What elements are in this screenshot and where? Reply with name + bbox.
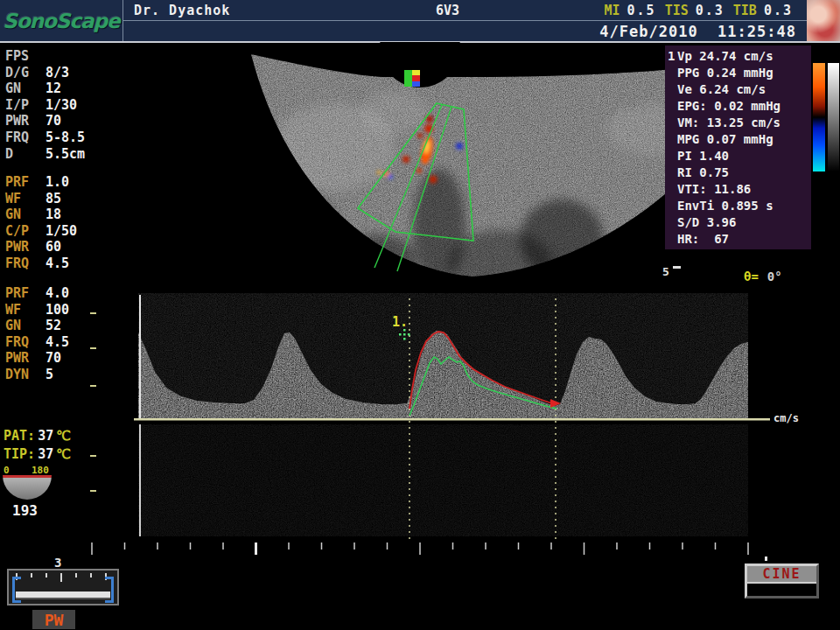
topbar-horizontal-divider (123, 20, 807, 21)
mi-label: MI (604, 3, 620, 18)
tip-label: TIP: (4, 446, 35, 462)
pat-label: PAT: (4, 428, 35, 444)
param-row: PRF1.0 (5, 174, 119, 191)
param-value: 85 (46, 191, 61, 206)
cine-button-label: CINE (747, 566, 816, 584)
velocity-unit-label: cm/s (774, 412, 799, 424)
probe-angle-gauge (3, 475, 52, 500)
color-mode-params: PRF1.0 WF85 GN18 C/P1/50 PWR60 FRQ4.5 (5, 174, 119, 272)
datetime: 4/Feb/2010 11:25:48 (599, 23, 796, 40)
measurement-row: MPG 0.07 mmHg (677, 131, 811, 148)
param-label: PWR (5, 350, 46, 367)
param-label: PRF (5, 174, 46, 191)
tip-value: 37 (38, 446, 53, 462)
cine-step-label: 3 (54, 556, 61, 570)
param-label: WF (5, 302, 46, 318)
param-row: FRQ5-8.5 (5, 130, 119, 146)
param-label: FRQ (5, 334, 46, 351)
param-value: 1/50 (46, 223, 77, 239)
cine-button[interactable]: CINE (745, 564, 819, 598)
measurement-row: PI 1.40 (677, 148, 811, 164)
depth-marker: 5 (662, 265, 681, 278)
depth-value: 5 (662, 265, 669, 278)
param-value: 5.5cm (46, 146, 85, 162)
theta-value: 0° (767, 270, 782, 284)
param-row: C/P1/50 (5, 223, 119, 240)
tib-label: TIB (733, 3, 757, 18)
param-value: 18 (46, 206, 61, 222)
measurement-row: RI 0.75 (677, 164, 811, 181)
measurement-row: VM: 13.25 cm/s (677, 115, 811, 131)
param-value: 5-8.5 (46, 130, 85, 145)
pw-mode-badge[interactable]: PW (32, 610, 75, 629)
tip-temp-row: TIP:37℃ (4, 446, 108, 462)
acoustic-indices: MI0.5 TIS0.3 TIB0.3 (604, 3, 793, 18)
param-value: 70 (46, 113, 61, 129)
param-row: FRQ4.5 (5, 256, 119, 272)
patient-temp-row: PAT:37℃ (4, 428, 108, 444)
param-value: 52 (46, 318, 61, 333)
param-row: WF85 (5, 191, 119, 207)
sweep-line-lower (139, 424, 141, 536)
physician-name: Dr. Dyachok (134, 3, 230, 18)
measurement-row: Ve 6.24 cm/s (677, 81, 811, 98)
depth-tick-icon (673, 266, 681, 269)
logo-cell: SonoScape (0, 0, 122, 41)
param-row: D5.5cm (5, 146, 119, 163)
time-scale-ticks (92, 542, 748, 555)
param-label: D/G (5, 65, 46, 81)
param-label: I/P (5, 97, 46, 114)
cine-tick-icon (765, 556, 767, 561)
param-value: 5 (46, 367, 53, 382)
tip-unit: ℃ (56, 446, 71, 462)
theta-label: θ= (744, 270, 759, 284)
b-mode-params: FPS D/G8/3 GN12 I/P1/30 PWR70 FRQ5-8.5 D… (5, 48, 119, 162)
param-row: PWR70 (5, 113, 119, 130)
param-row: D/G8/3 (5, 65, 119, 81)
tis-label: TIS (665, 3, 689, 18)
param-label: FPS (5, 48, 46, 65)
measurement-row: HR: 67 (677, 231, 811, 248)
spectral-doppler-display: 1. (83, 293, 840, 557)
param-label: D (5, 146, 46, 163)
pat-unit: ℃ (56, 428, 71, 444)
param-row: PWR60 (5, 239, 119, 256)
brand-logo: SonoScape (3, 10, 119, 32)
param-value: 1/30 (46, 97, 77, 113)
param-value: 100 (46, 302, 69, 318)
param-value: 60 (46, 239, 61, 255)
measurement-row: VTI: 11.86 (677, 181, 811, 198)
probe-model: 6V3 (436, 3, 459, 18)
param-label: FRQ (5, 256, 46, 272)
param-label: PWR (5, 239, 46, 256)
measurement-row: EPG: 0.02 mmHg (677, 98, 811, 115)
param-value: 4.0 (46, 285, 69, 301)
scrollbar-thumb[interactable] (16, 592, 110, 599)
orientation-marker-icon (404, 70, 420, 87)
tib-value: 0.3 (764, 3, 793, 18)
topbar-row2: 4/Feb/2010 11:25:48 (123, 21, 807, 41)
tis-value: 0.3 (696, 3, 724, 18)
cine-scrollbar[interactable] (7, 569, 119, 606)
param-label: GN (5, 80, 46, 97)
param-value: 12 (46, 80, 61, 96)
measurement-marker: 1 (668, 48, 675, 65)
param-label: WF (5, 191, 46, 207)
param-row: GN12 (5, 80, 119, 97)
grayscale-bar (828, 63, 839, 172)
measurement-row: PPG 0.24 mmHg (677, 65, 811, 81)
gate-number-label: 1. (392, 314, 408, 330)
measurement-row: S/D 3.96 (677, 214, 811, 231)
param-value: 8/3 (46, 65, 69, 80)
param-row: FPS (5, 48, 119, 65)
param-label: PWR (5, 113, 46, 130)
param-label: C/P (5, 223, 46, 240)
param-label: GN (5, 206, 46, 223)
pat-value: 37 (38, 428, 53, 444)
doppler-baseline (134, 418, 770, 421)
measurement-results-panel: 1 Vp 24.74 cm/s PPG 0.24 mmHg Ve 6.24 cm… (665, 46, 811, 249)
doppler-colorbar (813, 63, 825, 172)
param-row: I/P1/30 (5, 97, 119, 114)
angle-readout: θ=0° (744, 270, 782, 284)
below-baseline-noise (138, 424, 748, 536)
